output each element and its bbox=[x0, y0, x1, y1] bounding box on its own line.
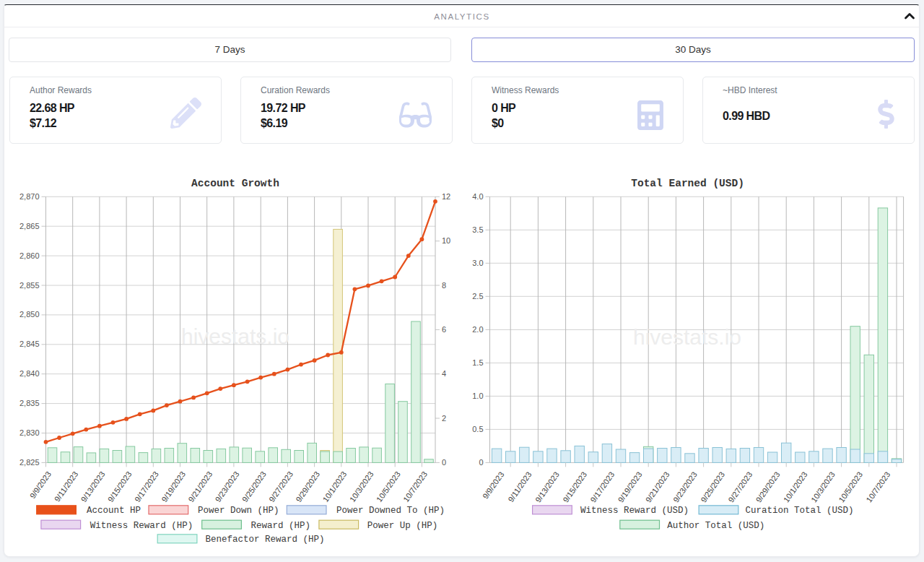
svg-text:9/23/2023: 9/23/2023 bbox=[214, 470, 241, 503]
svg-text:Power Up (HP): Power Up (HP) bbox=[367, 521, 438, 531]
svg-text:2,855: 2,855 bbox=[19, 281, 40, 290]
svg-text:2,860: 2,860 bbox=[19, 251, 40, 260]
svg-text:2,825: 2,825 bbox=[19, 458, 40, 467]
svg-text:2: 2 bbox=[442, 414, 446, 423]
svg-text:9/15/2023: 9/15/2023 bbox=[106, 470, 134, 503]
svg-text:1.0: 1.0 bbox=[472, 392, 483, 400]
svg-text:10: 10 bbox=[442, 236, 450, 245]
svg-text:9/29/2023: 9/29/2023 bbox=[754, 470, 782, 504]
svg-text:9/29/2023: 9/29/2023 bbox=[294, 470, 321, 503]
svg-text:3.0: 3.0 bbox=[472, 259, 483, 267]
svg-text:0.5: 0.5 bbox=[472, 425, 483, 433]
svg-text:10/1/2023: 10/1/2023 bbox=[321, 470, 349, 503]
svg-text:9/9/2023: 9/9/2023 bbox=[28, 470, 53, 500]
svg-text:hivestats.io: hivestats.io bbox=[181, 324, 289, 348]
svg-text:Witness Reward (USD): Witness Reward (USD) bbox=[580, 506, 689, 516]
svg-text:10/3/2023: 10/3/2023 bbox=[809, 470, 837, 504]
svg-text:9/21/2023: 9/21/2023 bbox=[644, 470, 671, 504]
svg-text:Curation Total (USD): Curation Total (USD) bbox=[746, 506, 854, 516]
svg-text:0: 0 bbox=[442, 458, 446, 467]
svg-text:1.5: 1.5 bbox=[472, 358, 483, 367]
svg-text:10/3/2023: 10/3/2023 bbox=[348, 470, 375, 503]
svg-text:Account HP: Account HP bbox=[87, 506, 141, 516]
svg-text:10/7/2023: 10/7/2023 bbox=[864, 470, 892, 504]
svg-text:9/27/2023: 9/27/2023 bbox=[267, 470, 295, 503]
svg-text:hivestats.io: hivestats.io bbox=[633, 325, 741, 349]
svg-text:9/25/2023: 9/25/2023 bbox=[240, 470, 268, 503]
svg-text:9/19/2023: 9/19/2023 bbox=[616, 470, 644, 504]
svg-text:4: 4 bbox=[442, 369, 446, 378]
svg-text:2.5: 2.5 bbox=[472, 292, 483, 301]
svg-text:9/11/2023: 9/11/2023 bbox=[506, 470, 533, 503]
svg-text:9/11/2023: 9/11/2023 bbox=[53, 470, 79, 503]
svg-text:9/17/2023: 9/17/2023 bbox=[588, 470, 616, 504]
svg-text:9/21/2023: 9/21/2023 bbox=[186, 470, 214, 503]
svg-text:2,850: 2,850 bbox=[19, 310, 40, 319]
svg-text:2,835: 2,835 bbox=[19, 399, 40, 407]
svg-text:Author Total (USD): Author Total (USD) bbox=[667, 521, 764, 531]
svg-text:2,845: 2,845 bbox=[19, 340, 40, 348]
svg-text:0: 0 bbox=[479, 458, 483, 467]
svg-text:2,865: 2,865 bbox=[19, 222, 40, 230]
svg-text:9/27/2023: 9/27/2023 bbox=[726, 470, 754, 504]
svg-text:9/25/2023: 9/25/2023 bbox=[699, 470, 726, 504]
svg-text:Benefactor Reward (HP): Benefactor Reward (HP) bbox=[206, 535, 325, 545]
svg-text:2,870: 2,870 bbox=[19, 192, 40, 201]
svg-text:3.5: 3.5 bbox=[472, 225, 483, 234]
svg-text:9/17/2023: 9/17/2023 bbox=[133, 470, 160, 503]
svg-text:Witness Reward (HP): Witness Reward (HP) bbox=[90, 521, 193, 531]
svg-text:9/19/2023: 9/19/2023 bbox=[160, 470, 187, 503]
svg-text:10/5/2023: 10/5/2023 bbox=[837, 470, 864, 504]
svg-text:Total Earned (USD): Total Earned (USD) bbox=[631, 178, 744, 189]
svg-text:4.0: 4.0 bbox=[472, 192, 483, 201]
svg-text:9/15/2023: 9/15/2023 bbox=[561, 470, 588, 504]
svg-text:2,840: 2,840 bbox=[19, 369, 40, 378]
svg-text:10/7/2023: 10/7/2023 bbox=[401, 470, 429, 503]
svg-text:2.0: 2.0 bbox=[472, 325, 483, 334]
svg-text:Power Down (HP): Power Down (HP) bbox=[198, 506, 279, 516]
svg-text:Power Downed To (HP): Power Downed To (HP) bbox=[336, 506, 445, 516]
svg-text:12: 12 bbox=[442, 192, 450, 201]
svg-text:9/13/2023: 9/13/2023 bbox=[533, 470, 561, 504]
svg-text:Account Growth: Account Growth bbox=[191, 178, 279, 189]
svg-text:9/13/2023: 9/13/2023 bbox=[79, 470, 107, 503]
svg-text:Reward (HP): Reward (HP) bbox=[251, 521, 311, 531]
svg-text:10/1/2023: 10/1/2023 bbox=[782, 470, 809, 504]
svg-text:9/23/2023: 9/23/2023 bbox=[671, 470, 699, 504]
svg-text:6: 6 bbox=[442, 325, 446, 334]
svg-text:10/5/2023: 10/5/2023 bbox=[375, 470, 402, 503]
svg-text:9/9/2023: 9/9/2023 bbox=[481, 470, 505, 501]
svg-text:8: 8 bbox=[442, 281, 446, 290]
svg-text:2,830: 2,830 bbox=[19, 428, 40, 437]
